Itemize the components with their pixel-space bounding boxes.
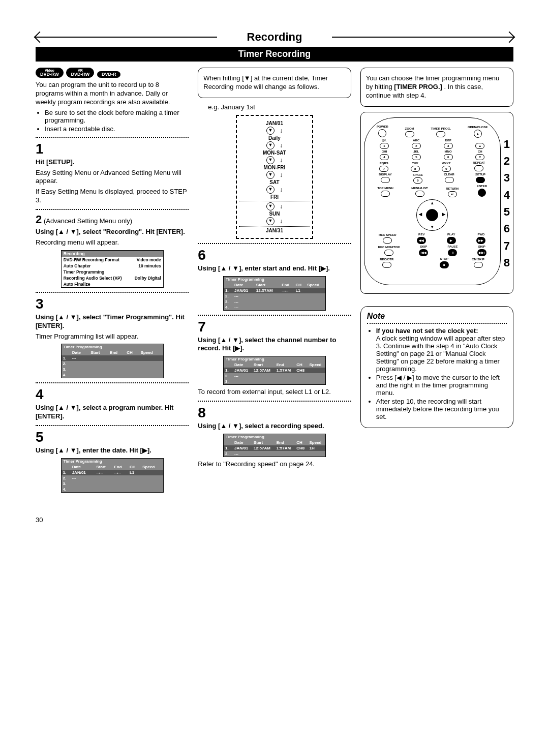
num-6-button[interactable]: 6: [444, 154, 453, 160]
rec-otr-button[interactable]: [382, 262, 391, 268]
num-9-button[interactable]: 9: [442, 166, 451, 172]
btn-label: @!.: [380, 139, 389, 142]
cell: 1:57AM: [275, 445, 295, 451]
num-8-button[interactable]: 8: [411, 166, 420, 172]
display-button[interactable]: [381, 177, 390, 183]
tp-title: Timer Programming: [62, 459, 163, 464]
menu-value: Dolby Digital: [135, 276, 161, 281]
col: Date: [233, 362, 252, 368]
timer-table-8: Timer Programming DateStartEndCHSpeed 1.…: [223, 434, 326, 457]
menu-value: 10 minutes: [138, 263, 161, 268]
remote-body: POWER ZOOM TIMER PROG. OPEN/CLOSE▲ @!.1 …: [364, 117, 501, 285]
btn-label: DEF: [444, 139, 453, 142]
setup-button[interactable]: [476, 177, 485, 183]
play-button[interactable]: ▶: [447, 237, 456, 244]
btn-label: DISPLAY: [379, 173, 391, 176]
btn-label: WXYZ: [442, 162, 451, 165]
cell: JAN/01: [233, 288, 255, 293]
fwd-button[interactable]: ▶▶: [476, 237, 485, 244]
col: Speed: [139, 350, 163, 355]
zoom-button[interactable]: [405, 131, 414, 137]
num-5-button[interactable]: 5: [412, 154, 421, 160]
rev-button[interactable]: ◀◀: [417, 237, 426, 244]
menu-value: Video mode: [137, 257, 161, 262]
cm-skip-button[interactable]: [474, 262, 483, 268]
cell: ---: [233, 293, 255, 299]
menu-item: Recording Audio Select (XP): [64, 276, 135, 281]
rec-monitor-button[interactable]: [384, 250, 393, 256]
cell: 1.: [224, 445, 233, 451]
separator: [198, 243, 351, 244]
step-1-body2: If Easy Setting Menu is displayed, proce…: [36, 188, 189, 205]
col: End: [280, 282, 294, 288]
rule: [332, 37, 513, 38]
pause-button[interactable]: II: [448, 249, 457, 256]
num-2-button[interactable]: 2: [412, 143, 421, 149]
timer-prog-button[interactable]: [436, 131, 445, 137]
dpad[interactable]: ▲ ▼ ◀ ▶: [416, 199, 448, 231]
return-button[interactable]: ↩: [448, 191, 457, 197]
ch-down-button[interactable]: ▼: [475, 154, 484, 160]
btn-label: POWER: [377, 125, 388, 129]
col: Start: [255, 282, 280, 288]
bullet: Be sure to set the clock before making a…: [45, 109, 189, 124]
enter-button[interactable]: [478, 189, 486, 197]
cell: 2.: [224, 373, 233, 379]
open-close-button[interactable]: ▲: [474, 130, 482, 138]
cell: 3.: [224, 379, 233, 384]
rec-speed-button[interactable]: [383, 237, 392, 244]
step-2-number: 2: [36, 213, 42, 226]
btn-label: OPEN/CLOSE: [468, 126, 487, 129]
num-0-button[interactable]: 0: [413, 177, 422, 184]
cell: 3.: [62, 481, 71, 487]
btn-label: REC/OTR: [380, 258, 393, 261]
btn-label: TIMER PROG.: [431, 127, 451, 131]
num-4-button[interactable]: 4: [380, 154, 389, 160]
step-3-body: Timer Programming list will appear.: [36, 332, 189, 341]
note-box: Note If you have not set the clock yet: …: [360, 306, 513, 428]
separator: [36, 209, 189, 210]
num-7-button[interactable]: 7: [379, 166, 388, 172]
disc-badges: VideoDVD-RW VRDVD-RW DVD-R: [36, 68, 189, 78]
menu-item: Auto Chapter: [64, 263, 139, 268]
step-3-number: 3: [36, 297, 189, 311]
col: Date: [233, 440, 252, 445]
btn-label: FWD: [476, 233, 485, 236]
cell: 1.: [224, 368, 233, 373]
rule: [36, 37, 217, 38]
btn-label: CLEAR: [444, 173, 454, 176]
step-4-head: Using [▲ / ▼], select a program number. …: [36, 404, 173, 420]
cycle-item: JAN/01: [239, 120, 310, 126]
ch-up-button[interactable]: ▲: [475, 143, 484, 149]
separator: [198, 315, 351, 316]
cell: 3.: [62, 367, 71, 372]
col: Speed: [306, 282, 325, 288]
stop-button[interactable]: ■: [440, 261, 449, 268]
step-2-body: Recording menu will appear.: [36, 238, 189, 247]
down-icon: ▼: [266, 156, 274, 164]
cell: 12:57AM: [252, 368, 275, 373]
cell: 2.: [62, 475, 71, 481]
marker: 7: [504, 239, 510, 253]
clear-button[interactable]: [445, 177, 454, 183]
section-heading: Recording: [36, 31, 513, 44]
btn-label: MENU/LIST: [411, 187, 428, 190]
repeat-button[interactable]: [474, 165, 483, 171]
top-menu-button[interactable]: [381, 191, 390, 197]
col: CH: [294, 282, 306, 288]
power-button[interactable]: [378, 129, 386, 137]
menu-list-button[interactable]: [415, 191, 424, 197]
cell: --:--: [280, 288, 294, 293]
marker: 5: [504, 205, 510, 219]
num-1-button[interactable]: 1: [380, 143, 389, 149]
down-icon: ▼: [266, 217, 274, 225]
num-3-button[interactable]: 3: [444, 143, 453, 149]
cycle-item: SUN: [239, 211, 310, 217]
intro-bullets: Be sure to set the clock before making a…: [36, 109, 189, 133]
skip-back-button[interactable]: I◀◀: [419, 249, 428, 256]
btn-label: TOP MENU: [377, 187, 393, 190]
skip-fwd-button[interactable]: ▶▶I: [477, 249, 486, 256]
col: Speed: [141, 464, 163, 470]
col: Start: [252, 362, 275, 368]
callout-timer-prog: You can choose the timer programming men…: [360, 68, 513, 107]
